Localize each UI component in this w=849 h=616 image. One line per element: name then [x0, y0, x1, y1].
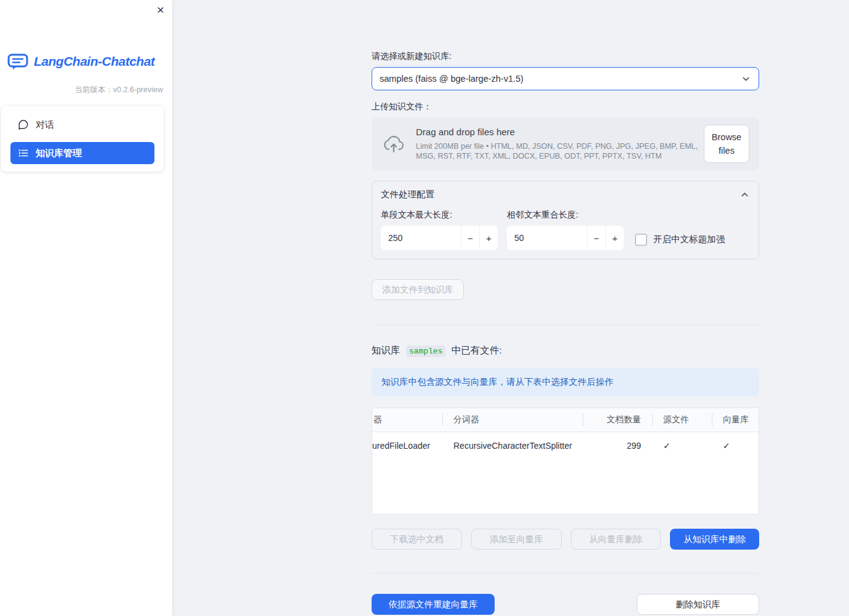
column-header-loader[interactable]: 器 — [372, 408, 442, 432]
chunk-size-decrement-button[interactable]: − — [461, 226, 479, 250]
chunk-size-field: 单段文本最大长度: − + — [381, 210, 498, 250]
kb-name-code: samples — [406, 346, 446, 357]
kb-select-label: 请选择或新建知识库: — [372, 51, 759, 62]
add-files-to-kb-button[interactable]: 添加文件到知识库 — [372, 279, 464, 300]
existing-files-suffix: 中已有文件: — [452, 345, 502, 355]
overlap-size-increment-button[interactable]: + — [605, 226, 624, 250]
add-to-vector-store-button[interactable]: 添加至向量库 — [471, 529, 562, 550]
list-icon — [18, 148, 29, 159]
expander-header[interactable]: 文件处理配置 — [381, 189, 750, 200]
cell-vector-store-check: ✓ — [712, 432, 759, 459]
browse-files-button[interactable]: Browse files — [704, 125, 749, 164]
existing-files-prefix: 知识库 — [372, 345, 401, 355]
download-selected-button[interactable]: 下载选中文档 — [372, 529, 462, 550]
cell-loader: uredFileLoader — [372, 432, 442, 459]
config-controls-row: 单段文本最大长度: − + 相邻文本重合长度: − + — [381, 210, 750, 250]
sidebar-item-label: 知识库管理 — [36, 148, 82, 159]
divider — [372, 325, 759, 325]
info-banner: 知识库中包含源文件与向量库，请从下表中选择文件后操作 — [372, 368, 759, 397]
delete-from-kb-button[interactable]: 从知识库中删除 — [670, 529, 759, 550]
chevron-up-icon — [739, 189, 750, 200]
table-row[interactable]: uredFileLoader RecursiveCharacterTextSpl… — [372, 432, 759, 459]
zh-title-enhance-checkbox[interactable] — [635, 234, 647, 246]
sidebar-item-chat[interactable]: 对话 — [10, 114, 154, 136]
chunk-size-control: − + — [381, 226, 498, 250]
dropzone-text: Drag and drop files here Limit 200MB per… — [416, 127, 704, 162]
kb-files-table: 器 分词器 文档数量 源文件 向量库 uredFileLoader Recurs… — [372, 408, 759, 515]
existing-files-heading: 知识库 samples 中已有文件: — [372, 344, 759, 357]
kb-select[interactable]: samples (faiss @ bge-large-zh-v1.5) — [372, 67, 759, 90]
langchain-chatchat-logo-icon — [7, 53, 28, 70]
column-header-splitter[interactable]: 分词器 — [442, 408, 583, 432]
version-label: 当前版本：v0.2.6-preview — [0, 85, 172, 95]
cell-splitter: RecursiveCharacterTextSplitter — [442, 432, 583, 459]
chunk-size-input[interactable] — [381, 226, 461, 250]
kb-management-page: 请选择或新建知识库: samples (faiss @ bge-large-zh… — [372, 0, 759, 615]
overlap-size-field: 相邻文本重合长度: − + — [507, 210, 624, 250]
kb-select-value: samples (faiss @ bge-large-zh-v1.5) — [380, 74, 524, 84]
sidebar-item-label: 对话 — [36, 119, 54, 131]
chunk-size-increment-button[interactable]: + — [479, 226, 498, 250]
table-header-row: 器 分词器 文档数量 源文件 向量库 — [372, 408, 759, 432]
file-uploader-dropzone[interactable]: Drag and drop files here Limit 200MB per… — [372, 117, 759, 170]
file-actions-row: 下载选中文档 添加至向量库 从向量库删除 从知识库中删除 — [372, 529, 759, 550]
sidebar-item-kb-management[interactable]: 知识库管理 — [10, 142, 154, 164]
overlap-size-control: − + — [507, 226, 624, 250]
chevron-down-icon — [741, 74, 751, 84]
dropzone-title: Drag and drop files here — [416, 127, 704, 137]
overlap-size-decrement-button[interactable]: − — [587, 226, 605, 250]
sidebar-nav: 对话 知识库管理 — [1, 106, 164, 172]
info-banner-text: 知识库中包含源文件与向量库，请从下表中选择文件后操作 — [381, 376, 613, 388]
table-empty-area — [372, 459, 759, 514]
chunk-size-label: 单段文本最大长度: — [381, 210, 498, 221]
column-header-source-file[interactable]: 源文件 — [652, 408, 712, 432]
cell-source-file-check: ✓ — [652, 432, 712, 459]
column-header-doc-count[interactable]: 文档数量 — [583, 408, 652, 432]
delete-from-vector-store-button[interactable]: 从向量库删除 — [571, 529, 661, 550]
cloud-upload-icon — [381, 134, 406, 154]
dropzone-limit-text: Limit 200MB per file • HTML, MD, JSON, C… — [416, 141, 704, 162]
cell-doc-count: 299 — [583, 432, 652, 459]
delete-kb-button[interactable]: 删除知识库 — [637, 594, 759, 615]
rebuild-vector-store-button[interactable]: 依据源文件重建向量库 — [372, 594, 495, 615]
column-header-vector-store[interactable]: 向量库 — [712, 408, 759, 432]
logo: LangChain-Chatchat — [0, 53, 172, 70]
close-sidebar-icon[interactable]: × — [157, 3, 164, 16]
upload-label: 上传知识文件： — [372, 101, 759, 113]
zh-title-enhance-field: 开启中文标题加强 — [635, 229, 725, 250]
app-title: LangChain-Chatchat — [34, 54, 154, 69]
divider — [372, 573, 759, 574]
zh-title-enhance-label: 开启中文标题加强 — [653, 234, 725, 245]
main-area: 请选择或新建知识库: samples (faiss @ bge-large-zh… — [172, 0, 849, 616]
chat-bubble-icon — [18, 119, 29, 130]
expander-title: 文件处理配置 — [381, 189, 434, 200]
sidebar: × LangChain-Chatchat 当前版本：v0.2.6-preview… — [0, 0, 172, 616]
overlap-size-input[interactable] — [507, 226, 587, 250]
file-config-expander: 文件处理配置 单段文本最大长度: − + 相邻文本重合长度: — [372, 181, 759, 259]
kb-actions-row: 依据源文件重建向量库 删除知识库 — [372, 594, 759, 615]
overlap-size-label: 相邻文本重合长度: — [507, 210, 624, 221]
